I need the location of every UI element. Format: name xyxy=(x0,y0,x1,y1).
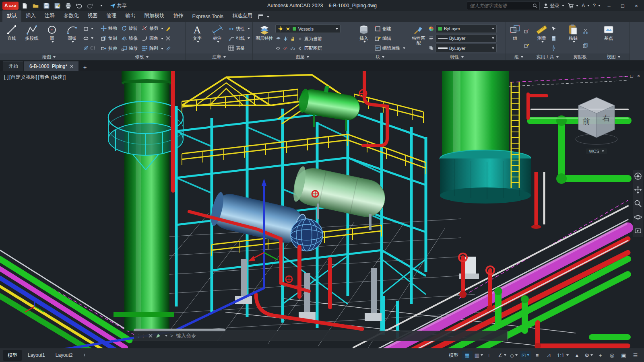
circle-tool[interactable]: 圆 xyxy=(43,23,61,53)
arc-tool[interactable]: 圆弧 xyxy=(63,23,81,53)
rectangle-tool-icon[interactable] xyxy=(83,26,89,31)
set-current-layer-button[interactable]: 置为当前 xyxy=(304,36,322,42)
group-edit-icon[interactable] xyxy=(524,43,529,49)
dimension-tool[interactable]: 标注 xyxy=(208,23,227,53)
match-properties-tool[interactable]: 特性匹配 xyxy=(411,23,427,53)
layer-freeze-icon[interactable] xyxy=(283,36,288,41)
file-tab-start[interactable]: 开始 xyxy=(3,61,23,71)
ribbon-tab-express[interactable]: Express Tools xyxy=(188,12,228,22)
orbit-icon[interactable] xyxy=(634,213,642,221)
customization-icon[interactable]: ☰ xyxy=(630,351,641,360)
visual-style-control[interactable]: [着色 (快速)] xyxy=(38,74,66,81)
layer-lock-icon[interactable] xyxy=(290,36,295,41)
qat-customize-caret-icon[interactable] xyxy=(97,2,105,10)
ribbon-collapse-caret-icon[interactable] xyxy=(267,16,269,18)
help-button[interactable]: ? xyxy=(593,3,601,8)
edit-block-tool[interactable]: 编辑 xyxy=(375,35,405,42)
hatch-tool-icon[interactable] xyxy=(83,45,89,51)
properties-list-icon[interactable] xyxy=(428,35,434,41)
linetype-combo[interactable]: ByLayer xyxy=(436,34,497,43)
array-tool[interactable]: 阵列 xyxy=(142,43,163,53)
panel-draw-foot[interactable]: 绘图 xyxy=(0,53,98,60)
create-block-tool[interactable]: 创建 xyxy=(375,25,405,33)
mirror-tool[interactable]: 镜像 xyxy=(121,33,138,43)
base-view-tool[interactable]: 基点 xyxy=(600,23,617,53)
ellipse-caret-icon[interactable] xyxy=(91,37,93,39)
command-recent-caret-icon[interactable] xyxy=(165,335,167,337)
explode-tool-icon[interactable] xyxy=(165,35,171,41)
store-cart-icon[interactable] xyxy=(568,3,578,9)
transparency-icon[interactable] xyxy=(428,45,434,51)
layer-off-icon[interactable] xyxy=(297,36,303,41)
ribbon-tab-collaborate[interactable]: 协作 xyxy=(169,10,188,22)
object-snap-icon[interactable]: ⊡ xyxy=(520,351,531,360)
erase-tool-icon[interactable] xyxy=(165,26,171,31)
pipe-rack-bottom-right[interactable] xyxy=(353,206,628,348)
boundary-tool-icon[interactable] xyxy=(90,45,95,51)
panel-annotation-foot[interactable]: 注释 xyxy=(186,53,252,60)
match-layer-button[interactable]: 匹配图层 xyxy=(304,45,322,51)
panel-clipboard-foot[interactable]: 剪贴板 xyxy=(563,53,597,60)
command-input[interactable]: 键入命令 xyxy=(176,333,196,339)
dynamic-ucs-icon[interactable]: ⊿ xyxy=(543,351,554,360)
ribbon-tab-home[interactable]: 默认 xyxy=(2,10,21,22)
cut-icon[interactable] xyxy=(582,28,588,34)
search-input[interactable] xyxy=(469,3,531,8)
leader-tool[interactable]: 引线 xyxy=(228,35,250,42)
fillet-tool[interactable]: 圆角 xyxy=(142,33,163,43)
scale-tool[interactable]: 缩放 xyxy=(121,43,138,53)
copy-clip-icon[interactable] xyxy=(582,43,588,49)
color-wheel-icon[interactable] xyxy=(428,26,434,31)
layer-isolate-icon[interactable] xyxy=(275,45,281,51)
annotation-monitor-icon[interactable]: + xyxy=(595,351,606,360)
panel-modify-foot[interactable]: 修改 xyxy=(98,53,185,60)
quick-calc-icon[interactable] xyxy=(551,35,556,41)
rotate-tool[interactable]: 旋转 xyxy=(121,23,138,33)
viewport-minimize-control[interactable]: [-] xyxy=(4,74,8,81)
id-point-icon[interactable] xyxy=(551,45,556,51)
close-button[interactable]: × xyxy=(631,1,642,10)
save-icon[interactable] xyxy=(42,2,51,10)
steering-wheel-icon[interactable] xyxy=(634,172,642,180)
panel-properties-foot[interactable]: 特性 xyxy=(408,53,506,60)
autodesk-apps-button[interactable]: A xyxy=(582,3,590,8)
layer-select-combo[interactable]: Vessels xyxy=(275,25,341,33)
quick-select-icon[interactable] xyxy=(551,26,556,31)
panel-groups-foot[interactable]: 组 xyxy=(506,53,532,60)
search-icon[interactable] xyxy=(533,3,538,8)
file-tab-document[interactable]: 6-B-1000_Piping* xyxy=(24,61,78,71)
annotation-scale-control[interactable]: 1:1 xyxy=(555,351,571,360)
layout2-tab[interactable]: Layout2 xyxy=(51,350,77,360)
vp-close-icon[interactable]: × xyxy=(637,73,640,79)
maximize-button[interactable]: □ xyxy=(617,1,628,10)
ribbon-tab-annotate[interactable]: 注释 xyxy=(40,10,59,22)
snap-icon[interactable]: ▥ xyxy=(473,351,484,360)
edit-attributes-tool[interactable]: 编辑属性 xyxy=(375,44,405,52)
model-3d-view[interactable] xyxy=(0,71,644,348)
linear-dim-tool[interactable]: 线性 xyxy=(228,25,250,33)
lineweight-combo[interactable]: ByLayer xyxy=(436,44,497,52)
file-tab-close-icon[interactable] xyxy=(70,64,73,69)
clean-screen-icon[interactable]: ▣ xyxy=(618,351,629,360)
object-color-combo[interactable]: ByLayer xyxy=(436,25,497,33)
zoom-icon[interactable] xyxy=(634,200,642,208)
pipe-bundle-bottom-left[interactable] xyxy=(0,250,130,348)
ribbon-tab-output[interactable]: 输出 xyxy=(121,10,140,22)
minimize-button[interactable]: – xyxy=(604,1,614,10)
layout1-tab[interactable]: Layout1 xyxy=(23,350,50,360)
rectangle-caret-icon[interactable] xyxy=(91,28,93,29)
ribbon-tab-parametric[interactable]: 参数化 xyxy=(59,10,83,22)
isolate-objects-icon[interactable]: ◎ xyxy=(607,351,617,360)
new-drawing-tab-button[interactable]: + xyxy=(81,63,89,71)
wcs-menu[interactable]: WCS xyxy=(586,148,607,154)
polar-tracking-icon[interactable]: ∠ xyxy=(497,351,508,360)
layer-properties-tool[interactable]: 图层特性 xyxy=(255,23,274,53)
model-space-indicator[interactable]: 模型 xyxy=(449,352,458,359)
panel-view-foot[interactable]: 视图 xyxy=(597,53,630,60)
vp-minimize-icon[interactable]: – xyxy=(623,73,626,79)
isometric-drafting-icon[interactable]: ◇ xyxy=(508,351,519,360)
ribbon-display-icon[interactable] xyxy=(258,14,263,19)
stretch-tool[interactable]: 拉伸 xyxy=(101,43,117,53)
ortho-icon[interactable]: ∟ xyxy=(485,351,496,360)
layer-state-icon[interactable] xyxy=(275,36,281,41)
